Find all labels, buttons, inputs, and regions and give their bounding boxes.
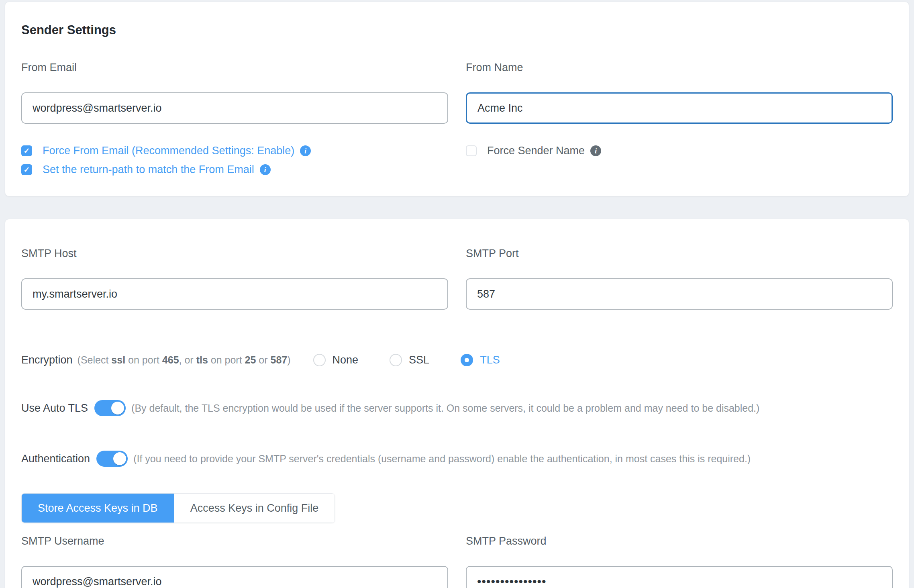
info-icon[interactable]: i	[260, 164, 271, 175]
encryption-radio-group: None SSL TLS	[313, 354, 500, 366]
force-sender-name-checkbox[interactable]: ✓	[466, 145, 477, 156]
smtp-host-label: SMTP Host	[21, 247, 448, 260]
smtp-password-input[interactable]	[466, 566, 893, 588]
smtp-username-input[interactable]	[21, 566, 448, 588]
encryption-hint: (Select ssl on port 465, or tls on port …	[78, 354, 291, 366]
smtp-port-input[interactable]	[466, 278, 893, 310]
tab-keys-in-config-file[interactable]: Access Keys in Config File	[174, 494, 335, 523]
radio-label-tls[interactable]: TLS	[480, 354, 500, 366]
encryption-row: Encryption (Select ssl on port 465, or t…	[21, 354, 893, 366]
authentication-toggle[interactable]	[96, 451, 128, 467]
smtp-settings-card: SMTP Host SMTP Port Encryption (Select s…	[5, 219, 909, 588]
auto-tls-label: Use Auto TLS	[21, 402, 88, 414]
from-email-column: From Email ✓ Force From Email (Recommend…	[21, 61, 448, 176]
check-icon: ✓	[24, 166, 30, 174]
force-from-email-checkbox[interactable]: ✓	[21, 145, 32, 156]
radio-label-ssl[interactable]: SSL	[409, 354, 429, 366]
radio-icon[interactable]	[313, 354, 326, 366]
encryption-option-none[interactable]: None	[313, 354, 359, 366]
sender-settings-card: Sender Settings From Email ✓ Force From …	[5, 2, 909, 196]
encryption-option-ssl[interactable]: SSL	[390, 354, 429, 366]
smtp-host-input[interactable]	[21, 278, 448, 310]
smtp-host-column: SMTP Host	[21, 247, 448, 310]
smtp-username-column: SMTP Username	[21, 535, 448, 588]
from-name-label: From Name	[466, 61, 893, 74]
encryption-option-tls[interactable]: TLS	[461, 354, 500, 366]
force-sender-name-label[interactable]: Force Sender Name	[487, 145, 585, 157]
encryption-label: Encryption	[21, 354, 73, 366]
return-path-checkbox[interactable]: ✓	[21, 164, 32, 175]
force-from-email-row[interactable]: ✓ Force From Email (Recommended Settings…	[21, 145, 448, 157]
from-name-column: From Name ✓ Force Sender Name i	[466, 61, 893, 176]
authentication-row: Authentication (If you need to provide y…	[21, 451, 893, 467]
auto-tls-row: Use Auto TLS (By default, the TLS encryp…	[21, 400, 893, 416]
authentication-description: (If you need to provide your SMTP server…	[133, 453, 751, 465]
toggle-knob	[111, 402, 124, 414]
radio-icon-selected[interactable]	[461, 354, 473, 366]
force-from-email-label[interactable]: Force From Email (Recommended Settings: …	[43, 145, 294, 157]
smtp-password-label: SMTP Password	[466, 535, 893, 547]
from-name-input[interactable]	[466, 92, 893, 124]
check-icon: ✓	[24, 147, 30, 155]
authentication-label: Authentication	[21, 453, 90, 465]
from-email-input[interactable]	[21, 92, 448, 124]
toggle-knob	[113, 452, 126, 465]
smtp-password-column: SMTP Password	[466, 535, 893, 588]
auto-tls-description: (By default, the TLS encryption would be…	[131, 402, 759, 414]
force-sender-name-row[interactable]: ✓ Force Sender Name i	[466, 145, 893, 157]
tab-store-keys-in-db[interactable]: Store Access Keys in DB	[22, 494, 174, 523]
smtp-port-label: SMTP Port	[466, 247, 893, 260]
return-path-row[interactable]: ✓ Set the return-path to match the From …	[21, 163, 448, 176]
smtp-username-label: SMTP Username	[21, 535, 448, 547]
auto-tls-toggle[interactable]	[94, 400, 126, 416]
key-storage-tab-group: Store Access Keys in DB Access Keys in C…	[21, 493, 335, 523]
info-icon[interactable]: i	[590, 145, 601, 156]
radio-icon[interactable]	[390, 354, 402, 366]
from-email-label: From Email	[21, 61, 448, 74]
sender-settings-title: Sender Settings	[21, 23, 893, 37]
smtp-port-column: SMTP Port	[466, 247, 893, 310]
return-path-label[interactable]: Set the return-path to match the From Em…	[43, 163, 254, 176]
info-icon[interactable]: i	[300, 145, 311, 156]
radio-label-none[interactable]: None	[333, 354, 359, 366]
